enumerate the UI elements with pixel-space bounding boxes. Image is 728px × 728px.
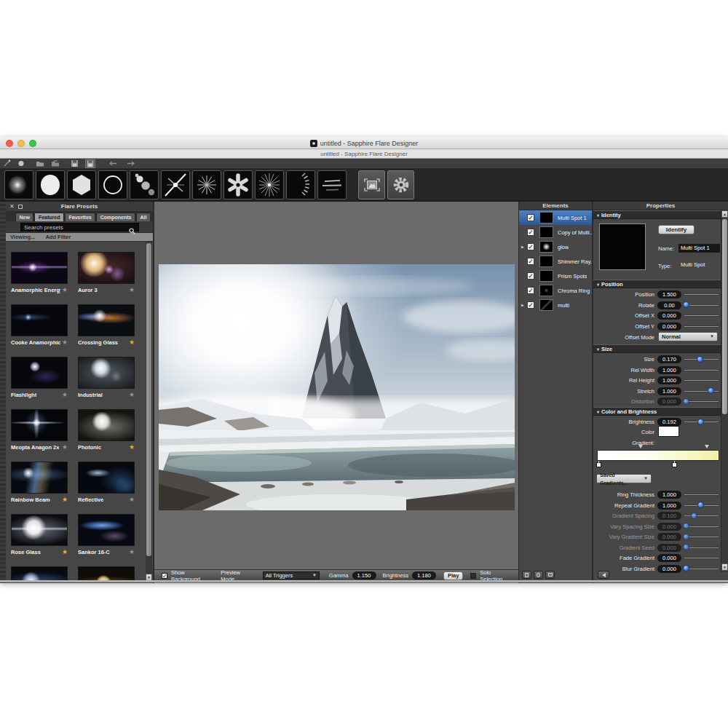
gradient-editor-bar[interactable]	[597, 450, 719, 461]
preset-thumbnail[interactable]	[78, 514, 135, 546]
preset-tab[interactable]: Components	[96, 213, 135, 221]
preset-item[interactable]: Rose Glass ★	[11, 514, 68, 556]
parameter-value-field[interactable]: 0.000	[657, 312, 681, 320]
parameter-slider[interactable]	[684, 490, 719, 499]
identity-section-header[interactable]: ▾Identity	[593, 210, 721, 219]
parameter-slider[interactable]	[684, 522, 719, 531]
element-row[interactable]: ▶ ✓ Multi Spot 1	[519, 210, 592, 225]
parameter-value-field[interactable]: 0.000	[657, 397, 681, 405]
show-background-checkbox[interactable]: ✓	[162, 573, 167, 579]
parameter-slider[interactable]	[684, 365, 719, 375]
parameter-value-field[interactable]: 0.00	[657, 301, 681, 309]
identify-button[interactable]: Identify	[658, 225, 695, 234]
gradient-stop-marker-icon[interactable]	[638, 445, 643, 448]
slider-thumb[interactable]	[683, 398, 689, 405]
slider-thumb[interactable]	[691, 513, 697, 519]
preset-tab[interactable]: All	[136, 213, 151, 221]
background-photo-mountain-lake[interactable]	[159, 264, 515, 510]
shimmer-arc-shape-button[interactable]	[286, 170, 315, 199]
slider-thumb[interactable]	[683, 523, 689, 529]
delete-element-button[interactable]	[545, 571, 555, 579]
favorite-star-icon[interactable]: ★	[62, 391, 68, 398]
open-icon[interactable]	[36, 159, 44, 168]
parameter-slider[interactable]	[684, 355, 719, 364]
preset-item[interactable]: ★	[11, 566, 68, 581]
preset-thumbnail[interactable]	[11, 409, 68, 441]
hexagon-shape-button[interactable]	[67, 170, 96, 199]
parameter-slider[interactable]	[684, 564, 719, 574]
parameter-slider[interactable]	[684, 311, 719, 320]
saved-gradients-dropdown[interactable]: Saved Gradients...▼	[596, 474, 652, 483]
parameter-slider[interactable]	[684, 376, 719, 385]
flower-rays-shape-button[interactable]	[223, 170, 253, 199]
search-input[interactable]: Search presets	[20, 223, 139, 232]
parameter-value-field[interactable]: 0.192	[657, 418, 681, 426]
parameter-slider[interactable]	[684, 553, 719, 563]
preset-item[interactable]: ★	[78, 566, 135, 581]
name-field[interactable]: Multi Spot 1	[678, 244, 720, 253]
element-visibility-checkbox[interactable]: ✓	[527, 287, 534, 294]
preset-item[interactable]: Anamorphic Energy ★	[11, 252, 68, 294]
parameter-value-field[interactable]: 1.500	[657, 290, 681, 298]
parameter-value-field[interactable]: 1.000	[657, 376, 681, 384]
properties-scrollbar[interactable]: ▲ ▼	[721, 210, 728, 572]
minimize-window-button[interactable]	[17, 140, 25, 147]
glow-shape-button[interactable]	[4, 170, 33, 199]
detach-panel-icon[interactable]	[18, 205, 23, 209]
settings-gear-button[interactable]	[387, 170, 414, 199]
preset-item[interactable]: Meopta Anagon 2x ★	[11, 409, 68, 451]
favorite-star-icon[interactable]: ★	[62, 548, 68, 555]
element-visibility-checkbox[interactable]: ✓	[527, 214, 534, 221]
scroll-down-icon[interactable]: ▼	[721, 563, 728, 571]
color-swatch[interactable]	[658, 426, 679, 437]
element-visibility-checkbox[interactable]: ✓	[527, 243, 534, 250]
solo-selection-checkbox[interactable]	[470, 573, 476, 579]
parameter-value-field[interactable]: 0.000	[657, 565, 681, 573]
preset-item[interactable]: Sankor 16-C ★	[78, 514, 135, 556]
presets-scrollbar[interactable]: ▼	[146, 242, 152, 581]
play-button[interactable]: Play	[443, 571, 463, 580]
add-filter-button[interactable]: Add Filter	[45, 233, 71, 241]
slider-thumb[interactable]	[683, 565, 689, 571]
parameter-value-field[interactable]: 1.000	[657, 502, 681, 510]
zoom-window-button[interactable]	[29, 140, 36, 147]
preset-thumbnail[interactable]	[11, 357, 68, 389]
favorite-star-icon[interactable]: ★	[129, 496, 135, 503]
presets-scrollbar-thumb[interactable]	[146, 243, 151, 556]
color-section-header[interactable]: ▾Color and Brightness	[593, 407, 721, 416]
preset-thumbnail[interactable]	[11, 566, 68, 581]
favorite-star-icon[interactable]: ★	[129, 443, 135, 451]
close-window-button[interactable]	[6, 140, 13, 147]
gradient-handle[interactable]	[672, 462, 677, 467]
slider-thumb[interactable]	[697, 502, 704, 508]
add-element-button[interactable]	[522, 571, 531, 579]
favorite-star-icon[interactable]: ★	[62, 339, 68, 346]
parameter-value-field[interactable]: 1.000	[657, 491, 681, 499]
gamma-value-field[interactable]: 1.150	[352, 571, 376, 579]
triggers-dropdown[interactable]: All Triggers ▼	[263, 571, 320, 579]
parameter-slider[interactable]	[684, 301, 719, 310]
star-shape-button[interactable]	[161, 170, 190, 199]
favorite-star-icon[interactable]: ★	[62, 286, 68, 293]
scroll-up-icon[interactable]: ▲	[721, 210, 728, 218]
parameter-value-field[interactable]: 0.000	[657, 323, 681, 331]
preset-thumbnail[interactable]	[11, 514, 68, 546]
parameter-value-field[interactable]: 0.100	[657, 512, 681, 520]
preset-thumbnail[interactable]	[11, 252, 68, 284]
preset-thumbnail[interactable]	[78, 566, 135, 581]
parameter-slider[interactable]	[684, 322, 719, 331]
offset-mode-dropdown[interactable]: Normal▼	[658, 332, 718, 341]
brightness-value-field[interactable]: 1.180	[412, 571, 436, 579]
redo-icon[interactable]	[125, 159, 135, 168]
favorite-star-icon[interactable]: ★	[62, 496, 68, 503]
preset-thumbnail[interactable]	[78, 357, 135, 389]
preset-item[interactable]: Reflective ★	[78, 462, 135, 504]
element-visibility-checkbox[interactable]: ✓	[527, 229, 534, 236]
parameter-slider[interactable]	[684, 543, 719, 553]
element-row[interactable]: ▶ ✓ Prism Spots	[519, 269, 592, 283]
preset-thumbnail[interactable]	[78, 304, 135, 336]
slider-thumb[interactable]	[683, 301, 689, 308]
search-icon[interactable]	[129, 224, 135, 237]
element-visibility-checkbox[interactable]: ✓	[527, 301, 534, 309]
undo-icon[interactable]	[109, 159, 119, 168]
